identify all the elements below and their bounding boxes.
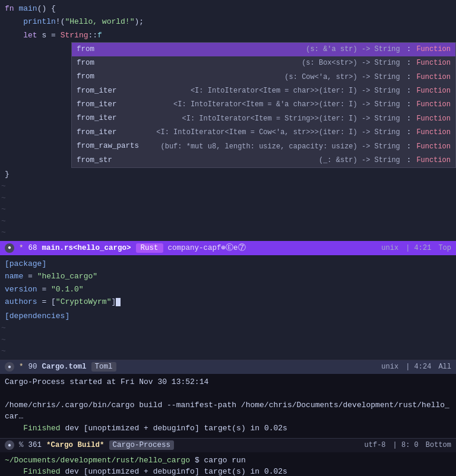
code-line-1: fn main() { [0, 2, 456, 15]
terminal-cargo-line-1: Cargo-Process started at Fri Nov 30 13:5… [5, 376, 451, 388]
editor-position: | 4:21 [406, 244, 431, 252]
autocomplete-item-1[interactable]: from (s: Box<str>) -> String : Function [72, 56, 455, 70]
tilde-4: ~ [0, 215, 456, 227]
code-line-4: let s = String::f [0, 29, 456, 42]
autocomplete-dropdown[interactable]: from (s: &'a str) -> String : Function f… [71, 42, 456, 168]
toml-tilde-1: ~ [0, 322, 456, 334]
code-line-2: println!("Hello, world!"); [0, 15, 456, 28]
editor-pane: fn main() { println!("Hello, world!"); l… [0, 0, 456, 241]
cargo-position: | 8: 0 [393, 441, 419, 449]
statusbar-toml: ● * 90 Cargo.toml Toml unix | 4:24 All [0, 360, 456, 374]
editor-filename: main.rs<hello_cargo> [42, 244, 131, 252]
toml-line-deps: [dependencies] [0, 310, 456, 323]
toml-tilde-2: ~ [0, 334, 456, 346]
editor-scroll: Top [438, 244, 451, 252]
autocomplete-item-3[interactable]: from_iter <I: IntoIterator<Item = char>>… [72, 84, 455, 98]
toml-line-authors: authors = ["CryptoWyrm"] [0, 296, 456, 309]
cargo-lang: Cargo-Process [109, 440, 175, 450]
cargo-scroll: Bottom [426, 441, 451, 449]
toml-linenum: 90 [28, 363, 37, 371]
statusbar-editor: ● * 68 main.rs<hello_cargo> Rust company… [0, 241, 456, 255]
terminal-cargo-line-blank [5, 388, 451, 399]
cargo-percent: % [19, 441, 24, 449]
editor-right: unix | 4:21 Top [381, 244, 451, 252]
toml-modified: * [19, 363, 24, 371]
shell-line-2: Finished dev [unoptimized + debuginfo] t… [5, 466, 451, 476]
code-line-5: } [0, 168, 456, 181]
cargo-right: utf-8 | 8: 0 Bottom [365, 441, 451, 449]
statusbar-cargo: ● % 361 *Cargo Build* Cargo-Process utf-… [0, 438, 456, 452]
autocomplete-item-7[interactable]: from_raw_parts (buf: *mut u8, length: us… [72, 139, 455, 153]
cargo-encoding: utf-8 [365, 441, 386, 449]
editor-workspace: company-capf⊕Ⓔe⑦ [168, 243, 246, 253]
toml-scroll: All [438, 363, 451, 371]
terminal-cargo-line-3: Finished dev [unoptimized + debuginfo] t… [5, 423, 451, 434]
toml-position: | 4:24 [406, 363, 431, 371]
toml-pane: [package] name = "hello_cargo" version =… [0, 255, 456, 360]
tilde-3: ~ [0, 204, 456, 215]
toml-lang: Toml [91, 362, 116, 372]
autocomplete-item-0[interactable]: from (s: &'a str) -> String : Function [72, 43, 455, 56]
tilde-1: ~ [0, 180, 456, 192]
toml-encoding: unix [381, 363, 398, 371]
cargo-linenum: 361 [28, 441, 42, 449]
cargo-mode-indicator: ● [5, 440, 14, 450]
autocomplete-item-2[interactable]: from (s: Cow<'a, str>) -> String : Funct… [72, 70, 455, 84]
toml-right: unix | 4:24 All [381, 363, 451, 371]
tilde-5: ~ [0, 227, 456, 239]
toml-filename: Cargo.toml [42, 363, 87, 371]
cargo-filename: *Cargo Build* [46, 441, 104, 449]
tilde-2: ~ [0, 192, 456, 204]
toml-line-version: version = "0.1.0" [0, 283, 456, 296]
autocomplete-item-6[interactable]: from_iter <I: IntoIterator<Item = Cow<'a… [72, 126, 455, 139]
terminal-cargo-line-2: /home/chris/.cargo/bin/cargo build --man… [5, 399, 451, 423]
autocomplete-item-4[interactable]: from_iter <I: IntoIterator<Item = &'a ch… [72, 98, 455, 112]
shell-line-1: ~/Documents/development/rust/hello_cargo… [5, 455, 451, 467]
toml-line-package: [package] [0, 258, 456, 271]
toml-mode-indicator: ● [5, 362, 14, 372]
editor-lang: Rust [136, 243, 163, 253]
editor-encoding: unix [381, 244, 398, 252]
editor-linenum: 68 [28, 244, 37, 252]
toml-line-name: name = "hello_cargo" [0, 270, 456, 283]
autocomplete-item-5[interactable]: from_iter <I: IntoIterator<Item = String… [72, 112, 455, 125]
terminal-shell-pane[interactable]: ~/Documents/development/rust/hello_cargo… [0, 452, 456, 476]
toml-tilde-3: ~ [0, 345, 456, 357]
terminal-cargo-pane[interactable]: Cargo-Process started at Fri Nov 30 13:5… [0, 374, 456, 438]
editor-mode-indicator: ● [5, 243, 14, 253]
autocomplete-trigger-line: let s = String::f from (s: &'a str) -> S… [0, 29, 456, 168]
autocomplete-item-8[interactable]: from_str (_: &str) -> String : Function [72, 154, 455, 167]
editor-modified: * [19, 244, 24, 252]
